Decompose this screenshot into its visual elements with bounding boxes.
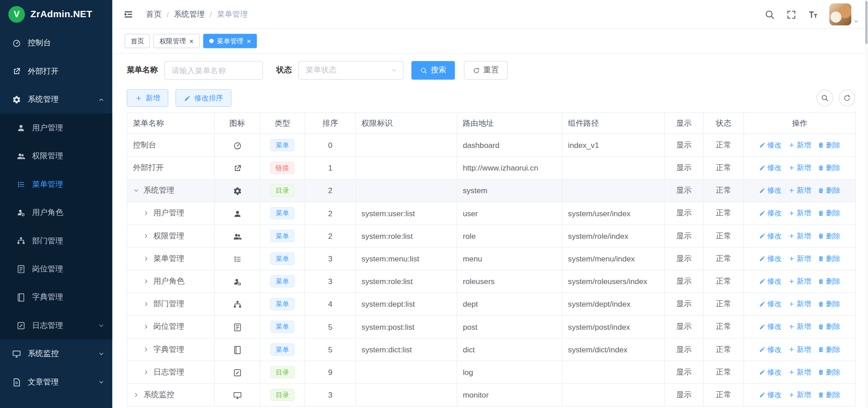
tab-role-manage[interactable]: 权限管理 × [153,34,199,48]
delete-link[interactable]: 删除 [818,254,840,264]
sidebar-item-岗位管理[interactable]: 岗位管理 [0,255,113,283]
sidebar-item-文章管理[interactable]: 文章管理 [0,368,113,396]
row-expand-toggle-icon[interactable] [143,369,151,376]
delete-link[interactable]: 删除 [818,367,840,377]
search-button[interactable]: 搜索 [411,61,455,80]
search-icon[interactable] [764,9,775,19]
menu-fold-icon[interactable] [123,9,134,19]
row-expand-toggle-icon[interactable] [143,210,151,217]
sidebar-menu: 控制台外部打开系统管理用户管理权限管理菜单管理用户角色部门管理岗位管理字典管理日… [0,29,113,396]
delete-link-label: 删除 [826,345,840,355]
add-link[interactable]: 新增 [788,367,811,377]
add-link[interactable]: 新增 [788,390,811,400]
sidebar-item-系统监控[interactable]: 系统监控 [0,340,113,368]
sidebar-item-用户角色[interactable]: 用户角色 [0,198,113,226]
delete-link[interactable]: 删除 [818,276,840,286]
edit-link[interactable]: 修改 [759,345,782,355]
add-link[interactable]: 新增 [788,208,811,218]
reset-button[interactable]: 重置 [464,61,508,80]
edit-link[interactable]: 修改 [759,254,782,264]
delete-link-label: 删除 [826,276,840,286]
row-expand-toggle-icon[interactable] [143,232,151,239]
delete-link[interactable]: 删除 [818,140,840,150]
row-expand-toggle-icon[interactable] [143,278,151,285]
sidebar-item-日志管理[interactable]: 日志管理 [0,311,113,339]
delete-link[interactable]: 删除 [818,208,840,218]
sidebar-item-权限管理[interactable]: 权限管理 [0,142,113,170]
add-link[interactable]: 新增 [788,345,811,355]
delete-link[interactable]: 删除 [818,299,840,309]
tab-menu-manage[interactable]: 菜单管理 × [203,34,257,48]
edit-link[interactable]: 修改 [759,322,782,332]
delete-link[interactable]: 删除 [818,322,840,332]
sidebar-item-字典管理[interactable]: 字典管理 [0,283,113,311]
menu-name-cell: 系统监控 [143,390,175,400]
scrollbar-thumb[interactable] [865,1,868,44]
sidebar-item-label: 菜单管理 [32,179,63,189]
sort-cell: 2 [305,202,356,224]
tab-close-icon[interactable]: × [247,38,251,45]
row-expand-toggle-icon[interactable] [133,187,141,194]
sidebar-item-外部打开[interactable]: 外部打开 [0,57,113,85]
add-link[interactable]: 新增 [788,322,811,332]
page-scrollbar[interactable] [865,0,868,408]
delete-icon [818,392,825,399]
row-expand-toggle-icon[interactable] [143,323,151,330]
row-expand-toggle-icon[interactable] [133,392,141,399]
add-button[interactable]: 新增 [127,89,168,107]
delete-link[interactable]: 删除 [818,390,840,400]
type-tag: 菜单 [270,207,295,219]
tab-home[interactable]: 首页 [125,34,150,48]
user-menu[interactable] [829,3,859,25]
menu-name-cell: 菜单管理 [153,254,184,264]
table-refresh-button[interactable] [839,90,855,106]
edit-link[interactable]: 修改 [759,208,782,218]
sidebar-item-部门管理[interactable]: 部门管理 [0,227,113,255]
edit-link[interactable]: 修改 [759,299,782,309]
edit-link[interactable]: 修改 [759,185,782,195]
fullscreen-icon[interactable] [786,9,797,19]
avatar[interactable] [829,3,851,25]
breadcrumb-item[interactable]: 首页 [146,9,161,19]
status-cell: 正常 [703,202,744,224]
edit-link[interactable]: 修改 [759,276,782,286]
sidebar-item-菜单管理[interactable]: 菜单管理 [0,170,113,198]
row-expand-toggle-icon[interactable] [143,301,151,308]
add-link[interactable]: 新增 [788,299,811,309]
edit-link[interactable]: 修改 [759,231,782,241]
logo[interactable]: V ZrAdmin.NET [0,0,113,29]
modify-sort-button[interactable]: 修改排序 [175,89,231,107]
sidebar-item-系统管理[interactable]: 系统管理 [0,85,113,114]
delete-link[interactable]: 删除 [818,345,840,355]
perm-cell [356,134,457,157]
edit-link[interactable]: 修改 [759,163,782,173]
add-link[interactable]: 新增 [788,163,811,173]
delete-link[interactable]: 删除 [818,231,840,241]
delete-link[interactable]: 删除 [818,185,840,195]
sidebar-item-用户管理[interactable]: 用户管理 [0,114,113,142]
row-expand-toggle-icon[interactable] [143,346,151,353]
status-select[interactable]: 菜单状态 [298,61,404,80]
column-header: 操作 [744,113,855,134]
add-link[interactable]: 新增 [788,276,811,286]
menu-name-input[interactable] [165,61,263,80]
sidebar-item-控制台[interactable]: 控制台 [0,29,113,57]
chevron-down-icon [391,67,397,74]
breadcrumb-item[interactable]: 系统管理 [174,9,205,19]
add-link[interactable]: 新增 [788,254,811,264]
visible-cell: 显示 [665,225,703,247]
row-expand-toggle-icon[interactable] [143,255,151,262]
table-search-button[interactable] [816,90,833,106]
add-link[interactable]: 新增 [788,231,811,241]
edit-link[interactable]: 修改 [759,140,782,150]
delete-link[interactable]: 删除 [818,163,840,173]
logo-text: ZrAdmin.NET [30,9,92,20]
add-link-label: 新增 [797,231,811,241]
tab-close-icon[interactable]: × [189,38,193,45]
refresh-icon [843,94,851,102]
font-size-icon[interactable] [808,9,818,19]
add-link[interactable]: 新增 [788,185,811,195]
edit-link[interactable]: 修改 [759,367,782,377]
edit-link[interactable]: 修改 [759,390,782,400]
add-link[interactable]: 新增 [788,140,811,150]
